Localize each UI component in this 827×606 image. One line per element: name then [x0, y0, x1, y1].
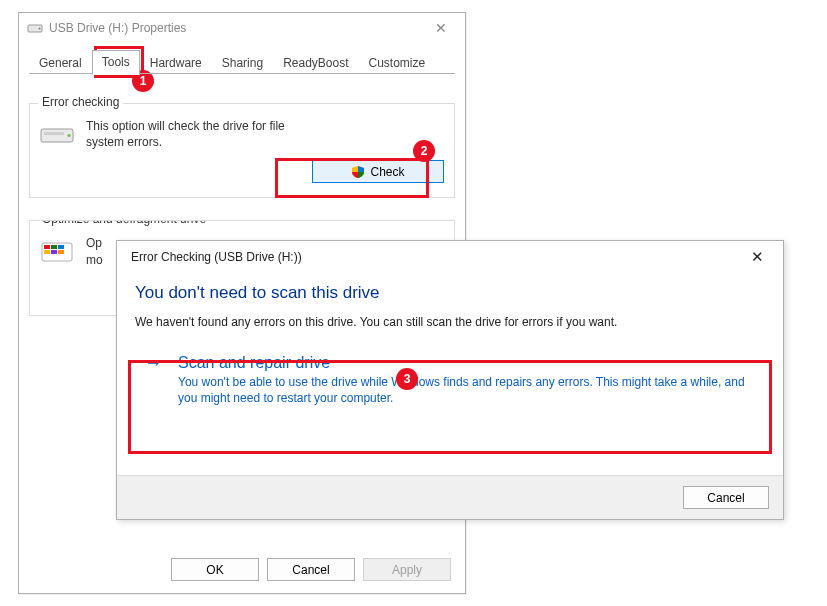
svg-point-1	[39, 28, 41, 30]
svg-rect-11	[58, 250, 64, 254]
optimize-text-l1: Op	[86, 236, 102, 250]
svg-rect-7	[51, 245, 57, 249]
check-button[interactable]: Check	[312, 160, 444, 183]
group-error-legend: Error checking	[38, 95, 123, 109]
svg-rect-8	[58, 245, 64, 249]
scan-repair-command[interactable]: → Scan and repair drive You won't be abl…	[135, 345, 765, 417]
drive-large-icon	[40, 120, 74, 148]
properties-buttons: OK Cancel Apply	[171, 558, 451, 581]
error-check-text: This option will check the drive for fil…	[86, 118, 326, 150]
apply-button: Apply	[363, 558, 451, 581]
command-title: Scan and repair drive	[178, 354, 754, 372]
optimize-text-l2: mo	[86, 253, 103, 267]
defrag-icon	[40, 237, 74, 265]
dialog-title: Error Checking (USB Drive (H:))	[131, 250, 737, 264]
dialog-cancel-button[interactable]: Cancel	[683, 486, 769, 509]
error-checking-dialog: Error Checking (USB Drive (H:)) ✕ You do…	[116, 240, 784, 520]
drive-icon	[27, 20, 43, 36]
dialog-footer: Cancel	[117, 475, 783, 519]
titlebar: USB Drive (H:) Properties ✕	[19, 13, 465, 43]
tab-readyboost[interactable]: ReadyBoost	[273, 51, 358, 75]
svg-rect-9	[44, 250, 50, 254]
arrow-right-icon: →	[144, 354, 162, 372]
check-button-label: Check	[370, 165, 404, 179]
group-optimize-legend: Optimize and defragment drive	[38, 220, 210, 226]
tab-tools[interactable]: Tools	[92, 50, 140, 75]
ok-button[interactable]: OK	[171, 558, 259, 581]
tab-customize[interactable]: Customize	[359, 51, 436, 75]
tab-sharing[interactable]: Sharing	[212, 51, 273, 75]
svg-point-4	[67, 134, 70, 137]
svg-rect-6	[44, 245, 50, 249]
dialog-subtext: We haven't found any errors on this driv…	[135, 315, 765, 329]
tab-general[interactable]: General	[29, 51, 92, 75]
dialog-headline: You don't need to scan this drive	[135, 283, 765, 303]
dialog-close-icon[interactable]: ✕	[737, 248, 777, 266]
dialog-body: You don't need to scan this drive We hav…	[117, 273, 783, 417]
close-icon[interactable]: ✕	[421, 20, 461, 36]
svg-rect-10	[51, 250, 57, 254]
group-error-checking: Error checking This option will check th…	[29, 103, 455, 198]
tab-hardware[interactable]: Hardware	[140, 51, 212, 75]
svg-rect-3	[44, 132, 64, 135]
command-desc: You won't be able to use the drive while…	[178, 374, 754, 406]
dialog-titlebar: Error Checking (USB Drive (H:)) ✕	[117, 241, 783, 273]
tab-strip: General Tools Hardware Sharing ReadyBoos…	[29, 49, 455, 74]
window-title: USB Drive (H:) Properties	[49, 21, 421, 35]
uac-shield-icon	[351, 165, 365, 179]
cancel-button[interactable]: Cancel	[267, 558, 355, 581]
optimize-text: Op mo	[86, 235, 103, 267]
